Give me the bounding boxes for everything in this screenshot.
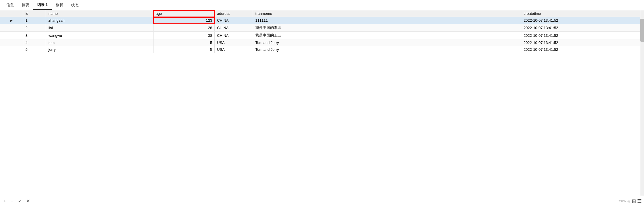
toolbar-left: + − ✓ ✕ [2, 198, 31, 204]
cell-address: CHINA [215, 24, 253, 32]
table-row[interactable]: 3wangwu38CHINA我是中国的王五2022-10-07 13:41:52 [0, 32, 644, 39]
col-header-id[interactable]: id [23, 10, 46, 17]
scrollbar[interactable] [640, 10, 644, 196]
row-marker [0, 39, 23, 46]
row-marker [0, 32, 23, 39]
cell-address: USA [215, 46, 253, 53]
table-row[interactable]: 2lisi28CHINA我是中国的李四2022-10-07 13:41:52 [0, 24, 644, 32]
col-header-tranmemo[interactable]: tranmemo [253, 10, 521, 17]
toolbar-right: CSDN @ ⊞ ☰ [618, 198, 642, 204]
cell-createtime: 2022-10-07 13:41:52 [521, 24, 644, 32]
cell-name: jerry [46, 46, 153, 53]
col-header-address[interactable]: address [215, 10, 253, 17]
cell-age: 38 [153, 32, 215, 39]
cell-id: 4 [23, 39, 46, 46]
main-content: id name age address tranmemo createtime … [0, 10, 644, 196]
row-marker [0, 46, 23, 53]
cell-name: wangwu [46, 32, 153, 39]
row-marker [0, 24, 23, 32]
cell-age: 123 [153, 17, 215, 24]
tab-analyze[interactable]: 剖析 [52, 1, 67, 9]
cell-tranmemo: 我是中国的李四 [253, 24, 521, 32]
col-header-age[interactable]: age [153, 10, 215, 17]
csdn-watermark: CSDN @ [618, 199, 631, 203]
cell-name: zhangsan [46, 17, 153, 24]
cell-createtime: 2022-10-07 13:41:52 [521, 46, 644, 53]
cell-address: CHINA [215, 32, 253, 39]
table-row[interactable]: ▶1zhangsan123CHINA1111112022-10-07 13:41… [0, 17, 644, 24]
cell-tranmemo: 我是中国的王五 [253, 32, 521, 39]
col-header-name[interactable]: name [46, 10, 153, 17]
cell-id: 1 [23, 17, 46, 24]
table-header-row: id name age address tranmemo createtime [0, 10, 644, 17]
remove-row-button[interactable]: − [9, 198, 14, 204]
table-container[interactable]: id name age address tranmemo createtime … [0, 10, 644, 196]
cell-tranmemo: Tom and Jerry [253, 46, 521, 53]
cell-id: 3 [23, 32, 46, 39]
cell-tranmemo: Tom and Jerry [253, 39, 521, 46]
grid-view-icon[interactable]: ⊞ [632, 198, 636, 204]
cell-name: lisi [46, 24, 153, 32]
cell-createtime: 2022-10-07 13:41:52 [521, 17, 644, 24]
add-row-button[interactable]: + [2, 198, 7, 204]
cell-address: CHINA [215, 17, 253, 24]
cell-age: 5 [153, 39, 215, 46]
cell-createtime: 2022-10-07 13:41:52 [521, 39, 644, 46]
cell-tranmemo: 111111 [253, 17, 521, 24]
confirm-button[interactable]: ✓ [17, 198, 23, 204]
tab-summary[interactable]: 摘要 [18, 1, 33, 9]
col-header-marker [0, 10, 23, 17]
row-marker: ▶ [0, 17, 23, 24]
cell-name: tom [46, 39, 153, 46]
cell-age: 5 [153, 46, 215, 53]
table-row[interactable]: 4tom5USATom and Jerry2022-10-07 13:41:52 [0, 39, 644, 46]
cell-createtime: 2022-10-07 13:41:52 [521, 32, 644, 39]
cell-id: 2 [23, 24, 46, 32]
cancel-button[interactable]: ✕ [25, 198, 31, 204]
list-view-icon[interactable]: ☰ [637, 198, 642, 204]
result-table: id name age address tranmemo createtime … [0, 10, 644, 53]
tab-status[interactable]: 状态 [67, 1, 83, 9]
tab-bar: 信息摘要结果 1剖析状态 [0, 0, 644, 10]
col-header-createtime[interactable]: createtime [521, 10, 644, 17]
tab-info[interactable]: 信息 [2, 1, 18, 9]
bottom-toolbar: + − ✓ ✕ CSDN @ ⊞ ☰ [0, 196, 644, 206]
tab-result1[interactable]: 结果 1 [33, 1, 52, 10]
cell-age: 28 [153, 24, 215, 32]
scrollbar-thumb[interactable] [640, 19, 644, 42]
cell-id: 5 [23, 46, 46, 53]
table-row[interactable]: 5jerry5USATom and Jerry2022-10-07 13:41:… [0, 46, 644, 53]
cell-address: USA [215, 39, 253, 46]
